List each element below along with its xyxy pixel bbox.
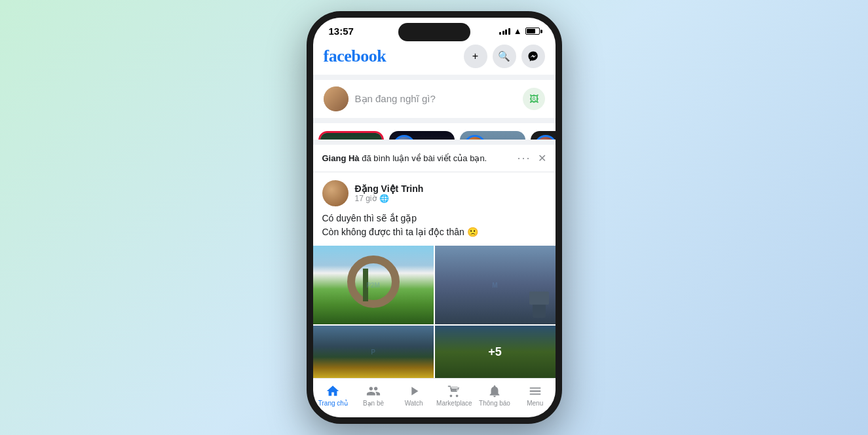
nav-menu[interactable]: Menu (515, 384, 556, 407)
silent-button (307, 70, 308, 90)
signal-bar-1 (499, 32, 501, 35)
post-images: P2M M P (313, 246, 556, 378)
nav-notifications-label: Thông báo (479, 400, 510, 407)
notification-user: Giang Hà (322, 153, 360, 163)
create-story-card[interactable]: + Tạo tin (318, 131, 384, 140)
power-button (561, 83, 562, 123)
watermark3: P (371, 349, 375, 356)
watermark: P2M (366, 282, 380, 289)
messenger-icon (527, 50, 539, 62)
post-author: Đặng Việt Trinh (355, 183, 546, 194)
story-card-4[interactable]: Thanh (531, 131, 556, 140)
feed-content: Bạn đang nghĩ gì? 🖼 (313, 75, 556, 378)
menu-icon (528, 384, 542, 398)
volume-down-button (307, 139, 308, 172)
post-time: 17 giờ 🌐 (355, 194, 546, 203)
post-meta: Đặng Việt Trinh 17 giờ 🌐 (355, 183, 546, 203)
notification-banner: Giang Hà đã bình luận về bài viết của bạ… (313, 145, 556, 172)
avatar-image (324, 86, 349, 111)
post-content-line1: Có duyên thì sẽ ắt gặp (322, 212, 546, 225)
post-avatar-image (322, 180, 349, 206)
signal-icon (499, 28, 510, 35)
signal-bar-2 (502, 31, 504, 35)
story2-bg: some text content (389, 131, 455, 140)
post-more-images-overlay: +5 (435, 326, 556, 378)
nav-marketplace[interactable]: Marketplace (434, 384, 475, 407)
volume-up-button (307, 100, 308, 132)
marketplace-icon (447, 384, 461, 398)
messenger-button[interactable] (521, 45, 545, 68)
post-composer[interactable]: Bạn đang nghĩ gì? 🖼 (313, 80, 556, 118)
watermark2: M (492, 282, 497, 289)
post-avatar (322, 180, 349, 206)
search-button[interactable]: 🔍 (493, 45, 516, 68)
friends-icon (366, 384, 381, 398)
nav-watch-label: Watch (405, 400, 423, 407)
wifi-icon: ▲ (514, 26, 522, 36)
add-photo-button[interactable]: 🖼 (523, 88, 545, 110)
more-images-count: +5 (488, 345, 502, 359)
create-story-bg: + (320, 133, 382, 140)
nav-friends[interactable]: Bạn bè (353, 384, 394, 407)
post-content: Có duyên thì sẽ ắt gặp Còn không được th… (313, 212, 556, 246)
nav-home-label: Trang chủ (318, 400, 348, 407)
status-icons: ▲ (499, 26, 539, 36)
nav-friends-label: Bạn bè (363, 400, 384, 407)
notification-more-button[interactable]: ··· (517, 151, 531, 165)
nav-notifications[interactable]: Thông báo (474, 384, 515, 407)
nav-watch[interactable]: Watch (394, 384, 434, 407)
post-image-4[interactable]: 2 +5 (435, 326, 556, 378)
post-image-1[interactable]: P2M (313, 246, 434, 324)
phone-frame: 13:57 ▲ facebook + (307, 11, 562, 424)
notification-actions: ··· ✕ (517, 151, 546, 165)
notification-action: đã bình luận về bài viết của bạn. (360, 153, 487, 163)
notification-close-button[interactable]: ✕ (538, 152, 546, 164)
header-actions: + 🔍 (464, 45, 545, 68)
nav-menu-label: Menu (527, 400, 543, 407)
watch-icon (407, 384, 421, 398)
home-icon (326, 384, 340, 398)
story-card-2[interactable]: some text content Tin của bạn (389, 131, 455, 140)
post-privacy-icon: 🌐 (379, 194, 389, 203)
app-header: facebook + 🔍 (313, 39, 556, 75)
post-time-text: 17 giờ (355, 194, 377, 203)
post-input[interactable]: Bạn đang nghĩ gì? (355, 93, 516, 105)
user-avatar (324, 86, 349, 111)
signal-bar-4 (508, 28, 510, 35)
search-icon: 🔍 (498, 50, 510, 62)
post-card: Đặng Việt Trinh 17 giờ 🌐 Có duyên thì sẽ… (313, 172, 556, 378)
post-header: Đặng Việt Trinh 17 giờ 🌐 (313, 172, 556, 212)
post-image-3[interactable]: P (313, 326, 434, 378)
add-button[interactable]: + (464, 45, 487, 68)
status-time: 13:57 (329, 26, 354, 37)
battery-fill (527, 29, 536, 33)
bottom-navigation: Trang chủ Bạn bè Watch Marketplace (313, 378, 556, 417)
facebook-logo: facebook (324, 47, 387, 66)
bell-icon (487, 384, 502, 398)
nav-home[interactable]: Trang chủ (313, 384, 354, 407)
notification-text: Giang Hà đã bình luận về bài viết của bạ… (322, 153, 518, 163)
story4-bg (531, 131, 556, 140)
signal-bar-3 (505, 29, 507, 35)
post-content-line2: Còn không được thì ta lại độc thân 🙁 (322, 225, 546, 239)
story3-bg (460, 131, 525, 140)
nav-marketplace-label: Marketplace (436, 400, 472, 407)
photo-icon: 🖼 (529, 94, 538, 104)
phone-screen: 13:57 ▲ facebook + (313, 18, 556, 417)
add-icon: + (472, 50, 478, 62)
story-card-3[interactable]: Vượng My (460, 131, 525, 140)
story4-avatar (535, 135, 556, 140)
battery-icon (525, 28, 540, 35)
stories-section: + Tạo tin some text content Tin của bạn (313, 123, 556, 140)
dynamic-island (398, 23, 470, 41)
post-image-2[interactable]: M (435, 246, 556, 324)
story2-avatar (393, 135, 415, 140)
